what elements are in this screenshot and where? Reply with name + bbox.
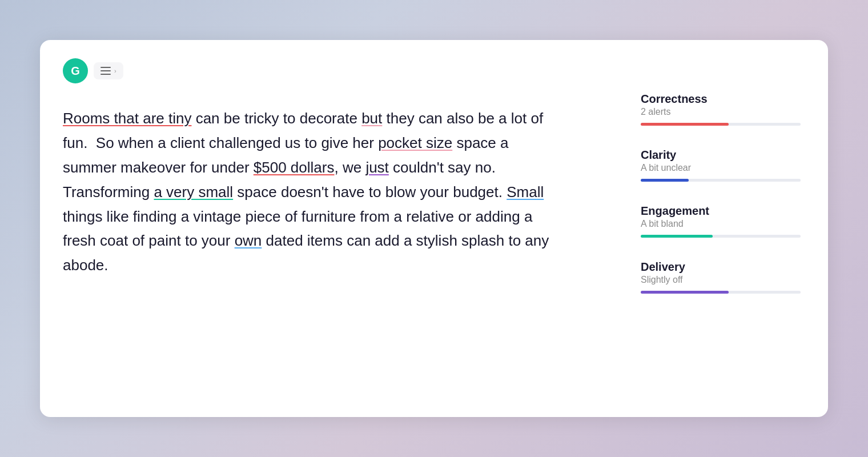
underline-own: own xyxy=(235,232,262,249)
correctness-bar-fill xyxy=(641,123,729,126)
main-card: G › Rooms that are tiny can be tricky to… xyxy=(40,40,828,417)
underline-but: but xyxy=(361,110,382,127)
score-delivery[interactable]: Delivery Slightly off xyxy=(641,260,801,294)
underline-500-dollars: $500 dollars xyxy=(254,159,335,176)
delivery-bar-fill xyxy=(641,291,729,294)
correctness-title: Correctness xyxy=(641,93,801,106)
correctness-bar-track xyxy=(641,123,801,126)
score-correctness[interactable]: Correctness 2 alerts xyxy=(641,93,801,126)
underline-a-very-small: a very small xyxy=(154,183,233,201)
score-clarity[interactable]: Clarity A bit unclear xyxy=(641,149,801,182)
score-engagement[interactable]: Engagement A bit bland xyxy=(641,205,801,238)
engagement-subtitle: A bit bland xyxy=(641,219,801,229)
engagement-bar-track xyxy=(641,235,801,238)
hamburger-icon xyxy=(101,67,111,75)
underline-pocket-size: pocket size xyxy=(378,134,452,151)
underline-just: just xyxy=(365,159,388,176)
menu-button[interactable]: › xyxy=(94,62,123,79)
delivery-bar-track xyxy=(641,291,801,294)
delivery-title: Delivery xyxy=(641,260,801,274)
clarity-bar-fill xyxy=(641,179,689,182)
logo-letter: G xyxy=(71,65,80,78)
underline-rooms-tiny: Rooms that are tiny xyxy=(63,110,191,127)
clarity-bar-track xyxy=(641,179,801,182)
engagement-title: Engagement xyxy=(641,205,801,218)
editor-area: G › Rooms that are tiny can be tricky to… xyxy=(63,58,641,394)
grammarly-logo: G xyxy=(63,58,88,83)
engagement-bar-fill xyxy=(641,235,713,238)
scores-panel: Correctness 2 alerts Clarity A bit uncle… xyxy=(641,58,801,394)
editor-text: Rooms that are tiny can be tricky to dec… xyxy=(63,106,565,278)
chevron-right-icon: › xyxy=(114,67,116,74)
correctness-subtitle: 2 alerts xyxy=(641,107,801,117)
toolbar: G › xyxy=(63,58,606,83)
clarity-title: Clarity xyxy=(641,149,801,162)
delivery-subtitle: Slightly off xyxy=(641,275,801,285)
clarity-subtitle: A bit unclear xyxy=(641,163,801,173)
underline-small: Small xyxy=(507,183,544,201)
